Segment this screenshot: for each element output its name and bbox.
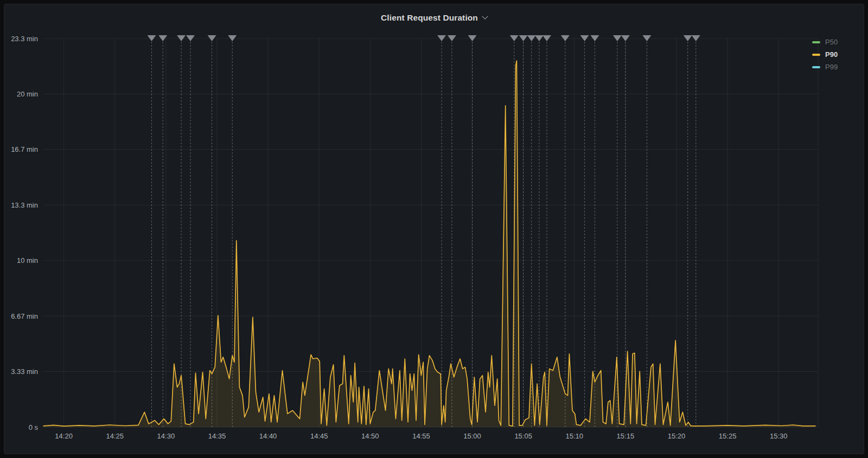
x-axis-tick-label: 14:50: [361, 432, 379, 440]
x-axis-tick-label: 15:00: [463, 432, 481, 440]
y-axis-tick-label: 13.3 min: [11, 201, 38, 209]
timeseries-chart: 23.3 min20 min16.7 min13.3 min10 min6.67…: [0, 0, 868, 458]
p99-series-swatch: [812, 66, 820, 68]
p90-series-swatch: [812, 54, 820, 56]
x-axis-tick-label: 14:45: [310, 432, 328, 440]
legend-label: P99: [825, 63, 838, 71]
y-axis-tick-label: 16.7 min: [11, 145, 38, 153]
x-axis-tick-label: 14:55: [412, 432, 430, 440]
x-axis-tick-label: 14:30: [157, 432, 175, 440]
plot-area[interactable]: [43, 38, 815, 427]
y-axis-tick-label: 3.33 min: [11, 367, 38, 376]
x-axis-tick-label: 15:10: [566, 432, 584, 440]
x-axis-tick-label: 14:25: [106, 432, 124, 440]
legend-item-p50[interactable]: P50: [812, 38, 838, 46]
legend-label: P50: [825, 38, 838, 46]
x-axis-tick-label: 15:25: [719, 432, 737, 440]
x-axis-tick-label: 15:05: [514, 432, 532, 440]
chevron-down-icon: [482, 14, 488, 20]
y-axis-tick-label: 20 min: [17, 90, 38, 98]
x-axis-tick-label: 15:30: [770, 432, 788, 440]
x-axis-tick-label: 14:40: [259, 432, 277, 440]
panel-header[interactable]: Client Request Duration: [0, 13, 868, 23]
y-axis-tick-label: 10 min: [17, 256, 38, 265]
y-axis-tick-label: 23.3 min: [11, 35, 38, 43]
x-axis-tick-label: 15:15: [617, 432, 635, 440]
panel-title[interactable]: Client Request Duration: [381, 13, 478, 23]
x-axis-tick-label: 14:35: [208, 432, 226, 440]
p50-series-swatch: [812, 41, 820, 43]
legend-item-p99[interactable]: P99: [812, 63, 838, 71]
x-axis-tick-label: 14:20: [55, 432, 73, 440]
y-axis-tick-label: 6.67 min: [11, 312, 38, 320]
legend: P50 P90 P99: [812, 38, 838, 71]
legend-label: P90: [825, 50, 838, 59]
y-axis-tick-label: 0 s: [29, 423, 39, 431]
x-axis-tick-label: 15:20: [668, 432, 686, 440]
legend-item-p90[interactable]: P90: [812, 50, 838, 59]
